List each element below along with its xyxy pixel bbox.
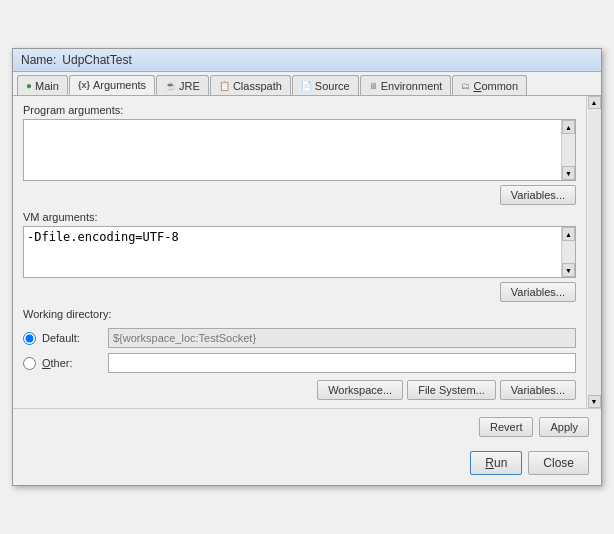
vm-arguments-section: VM arguments: -Dfile.encoding=UTF-8 ▲ ▼ … <box>23 211 576 302</box>
scroll-down-arrow[interactable]: ▼ <box>562 166 575 180</box>
vm-args-scrollbar: ▲ ▼ <box>561 227 575 277</box>
close-button[interactable]: Close <box>528 451 589 475</box>
filesystem-button[interactable]: File System... <box>407 380 496 400</box>
other-radio[interactable] <box>23 357 36 370</box>
bottom-bar: Revert Apply <box>13 408 601 445</box>
tab-classpath[interactable]: 📋 Classpath <box>210 75 291 95</box>
vm-arguments-label: VM arguments: <box>23 211 576 223</box>
tab-source[interactable]: 📄 Source <box>292 75 359 95</box>
vm-scroll-down-arrow[interactable]: ▼ <box>562 263 575 277</box>
tab-main-label: Main <box>35 80 59 92</box>
program-args-variables-row: Variables... <box>23 185 576 205</box>
program-args-variables-button[interactable]: Variables... <box>500 185 576 205</box>
outer-scroll-track <box>588 109 601 395</box>
workspace-button[interactable]: Workspace... <box>317 380 403 400</box>
vm-arguments-outer: -Dfile.encoding=UTF-8 ▲ ▼ <box>23 226 576 278</box>
workdir-variables-button[interactable]: Variables... <box>500 380 576 400</box>
tab-jre-label: JRE <box>179 80 200 92</box>
program-arguments-outer: ▲ ▼ <box>23 119 576 181</box>
tabs-bar: ● Main {x} Arguments ☕ JRE 📋 Classpath 📄… <box>13 72 601 96</box>
environment-icon: 🖥 <box>369 81 378 91</box>
name-value: UdpChatTest <box>62 53 131 67</box>
working-directory-section: Working directory: Default: Other: Works… <box>23 308 576 400</box>
revert-button[interactable]: Revert <box>479 417 533 437</box>
tab-arguments-label: Arguments <box>93 79 146 91</box>
working-directory-label: Working directory: <box>23 308 576 320</box>
dialog-footer: Run Close <box>13 445 601 485</box>
vm-args-variables-row: Variables... <box>23 282 576 302</box>
tab-source-label: Source <box>315 80 350 92</box>
title-bar: Name: UdpChatTest <box>13 49 601 72</box>
program-arguments-label: Program arguments: <box>23 104 576 116</box>
common-icon: 🗂 <box>461 81 470 91</box>
scroll-up-arrow[interactable]: ▲ <box>562 120 575 134</box>
run-configuration-dialog: Name: UdpChatTest ● Main {x} Arguments ☕… <box>12 48 602 486</box>
default-radio-row: Default: <box>23 328 576 348</box>
outer-scrollbar: ▲ ▼ <box>586 96 601 408</box>
jre-icon: ☕ <box>165 81 176 91</box>
vm-args-variables-button[interactable]: Variables... <box>500 282 576 302</box>
tab-environment-label: Environment <box>381 80 443 92</box>
vm-arguments-input[interactable]: -Dfile.encoding=UTF-8 <box>24 227 561 277</box>
outer-scroll-down[interactable]: ▼ <box>588 395 601 408</box>
tab-common[interactable]: 🗂 Common <box>452 75 527 95</box>
arguments-icon: {x} <box>78 80 90 90</box>
source-icon: 📄 <box>301 81 312 91</box>
program-arguments-section: Program arguments: ▲ ▼ Variables... <box>23 104 576 205</box>
tab-classpath-label: Classpath <box>233 80 282 92</box>
apply-button[interactable]: Apply <box>539 417 589 437</box>
vm-scroll-up-arrow[interactable]: ▲ <box>562 227 575 241</box>
tab-jre[interactable]: ☕ JRE <box>156 75 209 95</box>
main-icon: ● <box>26 80 32 91</box>
other-label: Other: <box>42 357 102 369</box>
classpath-icon: 📋 <box>219 81 230 91</box>
other-radio-row: Other: <box>23 353 576 373</box>
main-content: Program arguments: ▲ ▼ Variables... VM a… <box>13 96 601 408</box>
default-label: Default: <box>42 332 102 344</box>
run-button[interactable]: Run <box>470 451 522 475</box>
scroll-track <box>562 134 575 166</box>
tab-environment[interactable]: 🖥 Environment <box>360 75 452 95</box>
vm-scroll-track <box>562 241 575 263</box>
default-directory-field <box>108 328 576 348</box>
inner-content: Program arguments: ▲ ▼ Variables... VM a… <box>13 96 586 408</box>
working-dir-buttons-row: Workspace... File System... Variables... <box>23 380 576 400</box>
program-args-scrollbar: ▲ ▼ <box>561 120 575 180</box>
tab-main[interactable]: ● Main <box>17 75 68 95</box>
program-arguments-input[interactable] <box>24 120 561 180</box>
outer-scroll-up[interactable]: ▲ <box>588 96 601 109</box>
other-directory-field[interactable] <box>108 353 576 373</box>
name-label: Name: <box>21 53 56 67</box>
default-radio[interactable] <box>23 332 36 345</box>
tab-common-label: Common <box>473 80 518 92</box>
tab-arguments[interactable]: {x} Arguments <box>69 75 155 95</box>
